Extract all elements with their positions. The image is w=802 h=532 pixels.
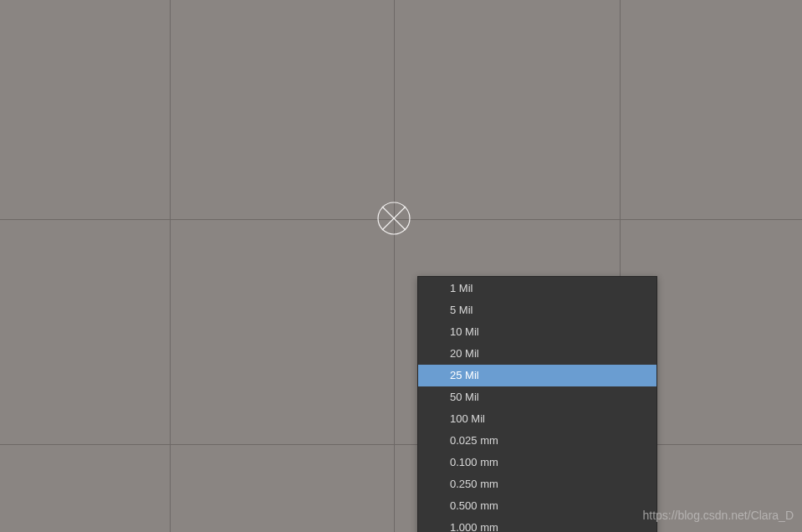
grid-line-vertical (394, 0, 395, 532)
grid-size-menu-item[interactable]: 25 Mil (418, 365, 656, 386)
grid-size-menu-item[interactable]: 0.025 mm (418, 430, 656, 452)
grid-line-horizontal (0, 219, 802, 220)
grid-size-menu-item[interactable]: 100 Mil (418, 408, 656, 430)
grid-line-vertical (170, 0, 171, 532)
grid-size-context-menu: 1 Mil5 Mil10 Mil20 Mil25 Mil50 Mil100 Mi… (417, 276, 657, 532)
grid-size-menu-item[interactable]: 0.100 mm (418, 452, 656, 473)
grid-line-horizontal (0, 444, 802, 445)
design-canvas[interactable]: 1 Mil5 Mil10 Mil20 Mil25 Mil50 Mil100 Mi… (0, 0, 802, 532)
grid-size-menu-item[interactable]: 10 Mil (418, 321, 656, 343)
grid-size-menu-item[interactable]: 0.250 mm (418, 473, 656, 495)
grid-size-menu-item[interactable]: 50 Mil (418, 386, 656, 408)
grid-size-menu-item[interactable]: 1 Mil (418, 278, 656, 299)
grid-size-menu-item[interactable]: 5 Mil (418, 299, 656, 321)
grid-size-menu-item[interactable]: 20 Mil (418, 343, 656, 365)
grid-size-menu-item[interactable]: 0.500 mm (418, 495, 656, 517)
watermark-text: https://blog.csdn.net/Clara_D (642, 509, 794, 522)
grid-size-menu-item[interactable]: 1.000 mm (418, 517, 656, 532)
